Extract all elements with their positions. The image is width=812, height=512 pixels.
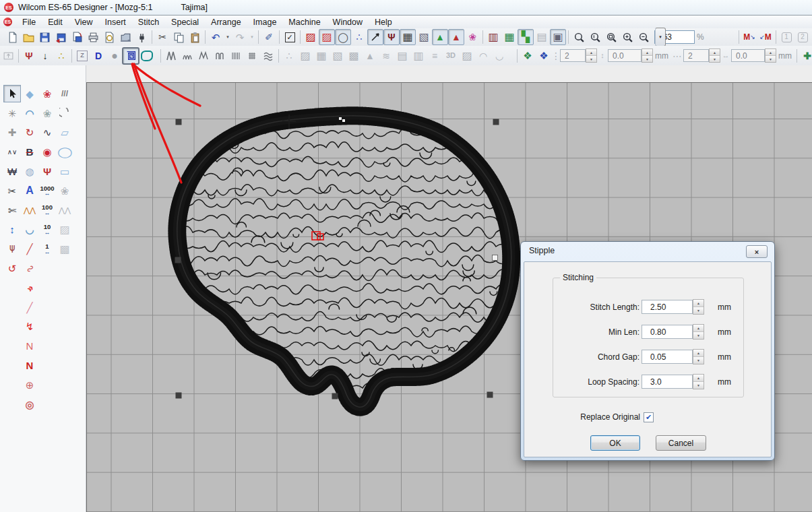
line-nodes-tool[interactable]: ╱ [21, 241, 38, 258]
spacing-10-tool[interactable]: 10↔ [38, 221, 56, 238]
zoom-combo-dropdown[interactable]: ▼ [655, 28, 666, 46]
copy-button[interactable] [170, 29, 187, 45]
reshape-tool[interactable]: ◆ [21, 85, 38, 102]
print-button[interactable] [85, 29, 101, 45]
stitch-length-spinner[interactable]: ▲▼ [693, 299, 704, 315]
zoom-1to1-button[interactable] [587, 29, 603, 45]
lettering-tool[interactable]: A [21, 182, 38, 199]
cross-fill-button[interactable]: ▩ [346, 48, 362, 64]
export-design-button[interactable]: ▣ [550, 29, 566, 45]
overlap-circles-tool[interactable]: ⊕ [21, 376, 38, 393]
menu-edit[interactable]: Edit [42, 15, 69, 28]
replace-original-checkbox[interactable]: ✔ [644, 412, 654, 422]
ok-button[interactable]: OK [590, 435, 640, 451]
hatch-fill-button[interactable]: ▨ [319, 29, 335, 45]
document-icon[interactable]: ES [3, 18, 12, 26]
menu-special[interactable]: Special [165, 15, 205, 28]
cut-button[interactable]: ✂ [154, 29, 170, 45]
closed-path-tool[interactable]: N [21, 357, 38, 375]
spacing-1000-tool[interactable]: 1000↔ [38, 182, 56, 199]
cut-fork-tool[interactable]: ✄ [3, 201, 21, 219]
spacing-1-tool[interactable]: 1↔ [38, 241, 56, 258]
add-node-tool[interactable]: ✚ [3, 124, 21, 141]
connect-machine-button[interactable] [133, 29, 150, 45]
holes-tool[interactable]: ◍ [21, 163, 38, 181]
undo-button[interactable]: ↶ [208, 29, 224, 45]
run-dots-button[interactable]: ∴ [351, 29, 367, 45]
save-to-machine-button[interactable] [53, 29, 69, 45]
select-tool[interactable] [3, 85, 21, 102]
fancy-fill-button[interactable]: ▨ [297, 48, 313, 64]
write-to-card-button[interactable] [69, 29, 85, 45]
height-fork-tool[interactable]: ↕ [3, 221, 21, 238]
grid-fill-button[interactable] [244, 48, 260, 64]
texture-disabled-tool[interactable]: ▨ [56, 221, 73, 238]
quilting-button[interactable]: D [90, 48, 106, 64]
remove-backstitch-tool[interactable]: B [21, 143, 38, 161]
stitch-direction-tool[interactable]: ↻ [21, 124, 38, 141]
zoom-box-button[interactable] [603, 29, 619, 45]
hoop-2-button[interactable]: 2 [794, 29, 811, 45]
wave-fill-button[interactable] [260, 48, 276, 64]
column-spacing-input[interactable]: 0.0 [731, 49, 765, 62]
insert-flower-tool[interactable]: ❀ [38, 85, 56, 102]
fork-spacing-tool[interactable]: Ψ [38, 163, 56, 181]
min-len-spinner[interactable]: ▲▼ [693, 324, 704, 340]
zoom-out-button[interactable] [635, 29, 652, 45]
auto-zigzag-button[interactable]: Z [74, 48, 90, 64]
color-film-button[interactable]: ▚ [518, 29, 534, 45]
design-properties-button[interactable]: ▥ [485, 29, 501, 45]
underlay-b-button[interactable]: ◡ [491, 48, 507, 64]
visor-nodes-tool[interactable]: ◡ [21, 221, 38, 238]
single-run-tool[interactable]: ╱ [21, 298, 38, 316]
add-points-button[interactable]: ∴ [53, 48, 69, 64]
e-stitch-button[interactable] [179, 48, 195, 64]
stipple-dialog[interactable]: Stipple × Stitching Stitch Length: 2.50 … [520, 241, 775, 461]
flower-gray-tool[interactable]: ❀ [38, 104, 56, 122]
frame-out-button[interactable] [0, 48, 16, 64]
fringe-effect-button[interactable]: ▨ [459, 48, 475, 64]
menu-insert[interactable]: Insert [99, 15, 132, 28]
bean-stitch-tool[interactable]: ◉ [38, 143, 56, 161]
menu-arrange[interactable]: Arrange [205, 15, 247, 28]
needle-down-button[interactable]: ↓ [37, 48, 53, 64]
menu-stitch[interactable]: Stitch [132, 15, 165, 28]
loop-spacing-spinner[interactable]: ▲▼ [693, 374, 704, 389]
outline-ellipse-button[interactable]: ◯ [335, 29, 351, 45]
penetrations-button[interactable]: Ψ [21, 48, 37, 64]
cut-stitch-tool[interactable]: ✂ [3, 182, 21, 199]
menu-file[interactable]: File [16, 15, 42, 28]
line-fill-button[interactable] [228, 48, 244, 64]
texture2-disabled-tool[interactable]: ▩ [56, 241, 73, 258]
zoom-fit-button[interactable] [571, 29, 587, 45]
polygon-select-tool[interactable]: ✳ [3, 104, 21, 122]
export-machine-file-button[interactable]: ↙M [757, 29, 774, 45]
menu-machine[interactable]: Machine [282, 15, 326, 28]
loop-spacing-input[interactable]: 3.0 [642, 375, 693, 389]
zigzag-stitch-button[interactable] [195, 48, 212, 64]
flower-disabled-tool[interactable]: ❀ [56, 182, 73, 199]
angle-stitch-tool[interactable]: ∧∨ [3, 143, 21, 161]
thread-colors-button[interactable]: ▦ [501, 29, 518, 45]
redo-dropdown[interactable]: ▼ [248, 29, 256, 45]
paste-button[interactable] [187, 29, 203, 45]
new-file-button[interactable] [4, 29, 20, 45]
outline-design-button[interactable] [139, 48, 155, 64]
picture-button[interactable]: ❀ [464, 29, 480, 45]
zoom-in-button[interactable] [619, 29, 635, 45]
mirror-people-tool[interactable]: ⋀⋀ [21, 201, 38, 219]
needle-point-button[interactable]: Ψ [383, 29, 400, 45]
show-background-button[interactable]: ▲ [432, 29, 448, 45]
overview-window-button[interactable]: ▧ [416, 29, 432, 45]
threed-effect-button[interactable]: 3D [443, 48, 459, 64]
rotate-ellipse-tool[interactable]: ↺ [3, 260, 21, 278]
thread-stitch-icon[interactable]: ▨ [303, 29, 319, 45]
show-artwork-button[interactable]: ▲ [448, 29, 464, 45]
ripple-fill-button[interactable]: ≋ [378, 48, 394, 64]
program-split-button[interactable]: ▤ [394, 48, 410, 64]
lattice-fill-button[interactable]: ▦ [313, 48, 330, 64]
dome-shape-tool[interactable]: ◠ [21, 104, 38, 122]
spacing-100-tool[interactable]: 100↔ [38, 201, 56, 219]
run-stitch-tool[interactable]: » [21, 279, 38, 296]
mosaic-gather-button[interactable]: ❖ [536, 48, 552, 64]
